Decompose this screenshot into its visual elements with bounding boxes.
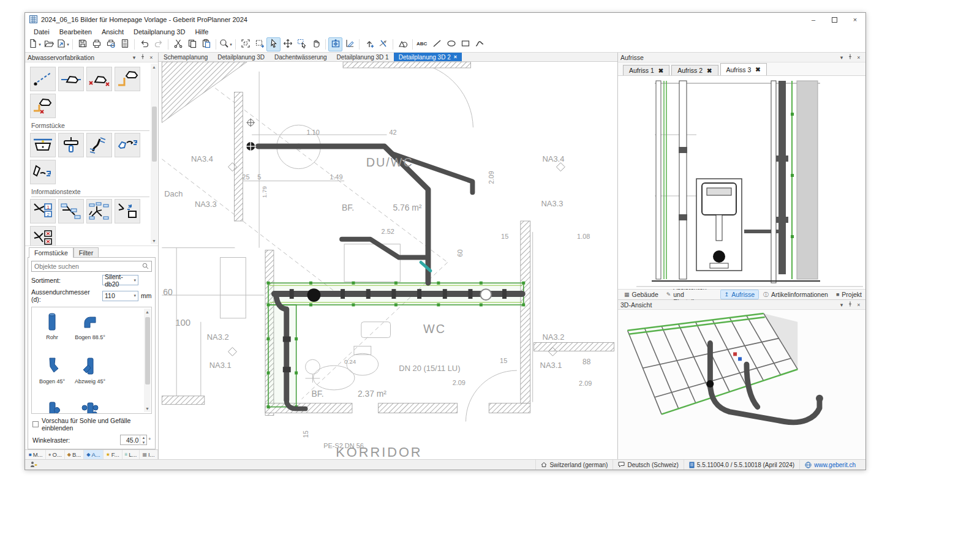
menu-bearbeiten[interactable]: Bearbeiten xyxy=(55,28,97,36)
catalog-item-rohr[interactable]: Rohr xyxy=(33,310,71,354)
scroll-up-icon[interactable]: ▲ xyxy=(144,309,151,315)
dropdown-caret-icon[interactable]: ▾ xyxy=(39,42,41,47)
select-area-button[interactable] xyxy=(295,37,309,51)
calculator-button[interactable] xyxy=(118,37,132,51)
menu-datei[interactable]: Datei xyxy=(29,28,55,36)
label-delete-tool[interactable] xyxy=(30,226,56,246)
dock-tab-artikelinformationen[interactable]: ⓘArtikelinformationen xyxy=(760,290,832,299)
close-tab-icon[interactable]: ✖ xyxy=(658,67,663,74)
scroll-up-icon[interactable]: ▲ xyxy=(151,64,157,70)
trim-button[interactable] xyxy=(376,37,390,51)
catalog-tab-formst-cke[interactable]: Formstücke xyxy=(29,247,74,258)
catalog-tab-filter[interactable]: Filter xyxy=(74,247,99,258)
winkelraster-spinner[interactable]: 45.0 ▲▼ xyxy=(120,435,147,445)
aufriss-tab-aufriss-3[interactable]: Aufriss 3✖ xyxy=(720,63,767,75)
paste-button[interactable] xyxy=(199,37,213,51)
line-button[interactable] xyxy=(430,37,444,51)
selection-handle[interactable] xyxy=(437,303,440,306)
panel-close-icon[interactable]: × xyxy=(854,302,863,308)
sortiment-select[interactable]: Silent-db20▾ xyxy=(102,275,138,285)
connect-elbow-tool[interactable] xyxy=(30,160,56,184)
panel-close-icon[interactable]: × xyxy=(854,54,863,61)
floorplan-canvas[interactable]: DachNA3.4NA3.3NA3.2NA3.1NA3.4NA3.3NA3.2N… xyxy=(159,62,617,459)
catalog-item-abzweig-88-5[interactable]: Abzweig 88.5° xyxy=(33,398,71,414)
doc-tab-dachentw-sserung[interactable]: Dachentwässerung xyxy=(270,53,332,61)
scroll-down-icon[interactable]: ▼ xyxy=(144,405,151,412)
text-button[interactable]: ABC xyxy=(415,37,430,51)
elevation-view[interactable] xyxy=(618,76,865,289)
selection-handle[interactable] xyxy=(267,337,270,340)
panel-dropdown-icon[interactable]: ▾ xyxy=(837,302,846,308)
new-button[interactable]: ▾ xyxy=(28,37,42,51)
doc-tab-schemaplanung[interactable]: Schemaplanung xyxy=(159,53,213,61)
dropdown-caret-icon[interactable]: ▾ xyxy=(67,42,69,47)
menu-ansicht[interactable]: Ansicht xyxy=(97,28,129,36)
maximize-button[interactable] xyxy=(824,13,845,26)
selection-handle[interactable] xyxy=(295,337,298,340)
zoom-button[interactable]: ▾ xyxy=(219,37,233,51)
panel-pin-icon[interactable] xyxy=(846,54,854,61)
dock-tab-b[interactable]: ◆B... xyxy=(65,450,84,459)
route-orange-tool[interactable] xyxy=(115,67,140,91)
selection-handle[interactable] xyxy=(522,282,525,285)
selection-handle[interactable] xyxy=(480,303,483,306)
catalog-scrollbar[interactable]: ▲ ▼ xyxy=(144,309,151,412)
search-input[interactable] xyxy=(34,263,142,270)
selection-handle[interactable] xyxy=(267,405,270,408)
panel-dropdown-icon[interactable]: ▾ xyxy=(130,54,138,61)
arc-button[interactable] xyxy=(472,37,486,51)
view3d-canvas[interactable] xyxy=(618,310,865,459)
fitting-delete-tool[interactable] xyxy=(86,67,112,91)
dock-tab-a[interactable]: ◆A... xyxy=(84,450,103,459)
print-button[interactable] xyxy=(89,37,104,51)
trap-box-tool[interactable] xyxy=(30,133,56,157)
select-button[interactable] xyxy=(266,37,281,51)
close-tab-icon[interactable]: × xyxy=(454,54,457,60)
selection-handle[interactable] xyxy=(394,282,398,285)
palette-scrollbar[interactable]: ▲ ▼ xyxy=(151,64,157,244)
menu-hilfe[interactable]: Hilfe xyxy=(190,28,213,36)
catalog-item-abzweig-45[interactable]: Abzweig 45° xyxy=(71,354,109,398)
dock-tab-i[interactable]: ▦I... xyxy=(140,450,157,459)
dock-tab-f[interactable]: ★F... xyxy=(104,450,123,459)
doc-tab-detailplanung-3d-2[interactable]: Detailplanung 3D 2× xyxy=(394,53,462,61)
preview-checkbox[interactable] xyxy=(32,421,39,427)
connect-right-tool[interactable] xyxy=(115,133,140,157)
selection-handle[interactable] xyxy=(352,303,355,306)
zoom-window-button[interactable] xyxy=(252,37,266,51)
selection-handle[interactable] xyxy=(309,303,312,306)
label-tags-tool[interactable] xyxy=(58,199,84,223)
selection-handle[interactable] xyxy=(267,303,270,306)
bend-set-tool[interactable] xyxy=(86,133,112,157)
label-numbers-tool[interactable]: 12 xyxy=(30,199,56,223)
dropdown-caret-icon[interactable]: ▾ xyxy=(230,42,232,47)
hand-button[interactable] xyxy=(309,37,323,51)
catalog-item-bogen-45[interactable]: Bogen 45° xyxy=(33,354,71,398)
open-button[interactable] xyxy=(42,37,56,51)
copy-button[interactable] xyxy=(185,37,199,51)
object-search[interactable] xyxy=(31,261,152,272)
label-flow-tool[interactable] xyxy=(115,199,140,223)
dock-tab-o[interactable]: ●O... xyxy=(46,450,65,459)
route-orange-delete-tool[interactable] xyxy=(30,94,56,118)
panel-dropdown-icon[interactable]: ▾ xyxy=(837,54,846,61)
label-multi-tool[interactable] xyxy=(86,199,112,223)
selection-handle[interactable] xyxy=(522,303,525,306)
zoom-extents-button[interactable] xyxy=(238,37,252,51)
minimize-button[interactable]: – xyxy=(803,13,824,26)
selection-handle[interactable] xyxy=(267,372,270,375)
import-up-button[interactable] xyxy=(362,37,376,51)
scroll-down-icon[interactable]: ▼ xyxy=(151,238,157,244)
status-region[interactable]: Switzerland (german) xyxy=(535,460,612,470)
print-preview-button[interactable] xyxy=(104,37,118,51)
catalog-item-abzweig-mehrfach[interactable]: Abzweig mehrfach xyxy=(71,398,109,414)
save-button[interactable] xyxy=(75,37,89,51)
import-button[interactable]: ▾ xyxy=(56,37,70,51)
doc-tab-detailplanung-3d-1[interactable]: Detailplanung 3D 1 xyxy=(332,53,394,61)
aufriss-tab-aufriss-1[interactable]: Aufriss 1✖ xyxy=(623,65,669,75)
dock-tab-aufrisse[interactable]: ↥Aufrisse xyxy=(720,290,759,299)
dock-tab-geb-ude[interactable]: ▦Gebäude xyxy=(620,290,662,299)
pipe-route-tool[interactable] xyxy=(30,67,56,91)
dock-tab-projekt[interactable]: ■Projekt xyxy=(832,290,865,299)
prefab-frame-button[interactable] xyxy=(328,37,342,51)
